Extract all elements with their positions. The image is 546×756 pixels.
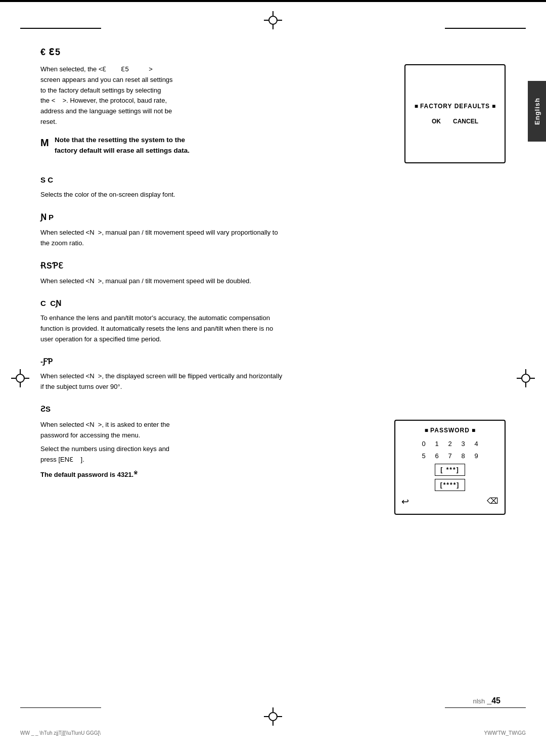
num-5[interactable]: 5 — [420, 451, 428, 461]
warning-text: Note that the resetting the system to th… — [55, 135, 190, 156]
page-number: _45 — [487, 696, 500, 705]
num-2[interactable]: 2 — [446, 439, 454, 449]
factory-defaults-section: € Ɛ5 When selected, the <Ɛ Ɛ5 > screen a… — [40, 46, 506, 163]
password-field1-row: [ ***] — [401, 464, 498, 476]
factory-icon: € — [40, 46, 46, 59]
num-9[interactable]: 9 — [472, 451, 480, 461]
factory-defaults-content: When selected, the <Ɛ Ɛ5 > screen appear… — [40, 64, 506, 163]
factory-cancel-button[interactable]: CANCEL — [453, 117, 478, 126]
svg-point-15 — [269, 713, 277, 721]
password-section-content: When selected <N >, it is asked to enter… — [40, 420, 506, 515]
rspe-section: ɌSƤƐ When selected <N >, manual pan / ti… — [40, 260, 506, 287]
np-body: When selected <N >, manual pan / tilt mo… — [40, 228, 506, 249]
num-6[interactable]: 6 — [433, 451, 441, 461]
corner-mark-br — [0, 2, 546, 2]
side-line-br — [445, 707, 526, 708]
page-label: nlsh — [473, 697, 485, 705]
num-8[interactable]: 8 — [459, 451, 467, 461]
np-section: Ɲ P When selected <N >, manual pan / til… — [40, 211, 506, 249]
password-num-row1: 0 1 2 3 4 — [401, 439, 498, 449]
fp-body: When selected <N >, the displayed screen… — [40, 371, 506, 392]
factory-title-text: FACTORY DEFAULTS — [420, 102, 490, 111]
np-text: P — [49, 212, 54, 224]
factory-ok-button[interactable]: OK — [432, 117, 441, 126]
rspe-body: When selected <N >, manual pan / tilt mo… — [40, 276, 506, 287]
password-field2[interactable]: [****] — [435, 479, 466, 491]
num-7[interactable]: 7 — [446, 451, 454, 461]
ss-body1: When selected <N >, it is asked to enter… — [40, 420, 379, 441]
footer-left: WW _ _ \hTuh zjjTj][\\uTlunU GGG[\ — [20, 730, 101, 736]
main-content: € Ɛ5 When selected, the <Ɛ Ɛ5 > screen a… — [40, 35, 506, 695]
np-icon: Ɲ — [40, 211, 47, 224]
factory-defaults-body: When selected, the <Ɛ Ɛ5 > screen appear… — [40, 64, 389, 163]
password-field2-row: [****] — [401, 479, 498, 491]
password-num-row2: 5 6 7 8 9 — [401, 451, 498, 461]
factory-body-text: When selected, the <Ɛ Ɛ5 > screen appear… — [40, 64, 389, 127]
pwd-bullet-left: ■ — [425, 426, 428, 435]
ccn-section: C CƝ To enhance the lens and pan/tilt mo… — [40, 298, 506, 345]
num-3[interactable]: 3 — [459, 439, 467, 449]
crosshair-bottom — [264, 707, 282, 726]
crosshair-left — [11, 369, 29, 387]
side-line-tl — [20, 28, 101, 29]
password-dialog-footer: ↩ ⌫ — [401, 495, 498, 509]
ss-section: ƧS When selected <N >, it is asked to en… — [40, 404, 506, 515]
ccn-body: To enhance the lens and pan/tilt motor's… — [40, 313, 506, 344]
factory-heading-text: Ɛ5 — [49, 46, 61, 59]
np-heading: Ɲ P — [40, 211, 506, 224]
password-dialog-title: ■ PASSWORD ■ — [401, 426, 498, 435]
default-password-text: The default password is 4321.※ — [40, 469, 379, 480]
factory-defaults-heading: € Ɛ5 — [40, 46, 506, 59]
factory-dialog-buttons: OK CANCEL — [432, 117, 478, 126]
fp-section: -ƑƤ When selected <N >, the displayed sc… — [40, 356, 506, 392]
password-dialog: ■ PASSWORD ■ 0 1 2 3 4 5 6 7 — [394, 420, 506, 515]
warning-icon: M — [40, 135, 51, 151]
ss-heading: ƧS — [40, 404, 506, 415]
page: English € Ɛ5 When selected, the <Ɛ Ɛ5 > … — [0, 0, 546, 756]
factory-title-bullet-left: ■ — [415, 102, 418, 111]
num-4[interactable]: 4 — [472, 439, 480, 449]
svg-point-5 — [16, 374, 24, 382]
password-field1[interactable]: [ ***] — [435, 464, 465, 476]
svg-point-0 — [269, 16, 277, 24]
language-label: English — [533, 98, 541, 125]
pwd-back-icon[interactable]: ↩ — [401, 495, 409, 509]
sc-body: Selects the color of the on-screen displ… — [40, 190, 506, 200]
num-1[interactable]: 1 — [433, 439, 441, 449]
factory-dialog: ■ FACTORY DEFAULTS ■ OK CANCEL — [404, 64, 506, 163]
fp-heading: -ƑƤ — [40, 356, 506, 368]
sc-section: S C Selects the color of the on-screen d… — [40, 174, 506, 200]
password-text: When selected <N >, it is asked to enter… — [40, 420, 379, 515]
footer-right: YWW'TW_TW\GG — [484, 730, 526, 736]
warning-note: M Note that the resetting the system to … — [40, 135, 389, 156]
pwd-bullet-right: ■ — [472, 426, 475, 435]
page-number-area: nlsh _45 — [473, 696, 500, 705]
num-0[interactable]: 0 — [420, 439, 428, 449]
sc-heading: S C — [40, 174, 506, 186]
crosshair-right — [517, 369, 535, 387]
language-tab: English — [528, 81, 546, 142]
side-line-tr — [445, 28, 526, 29]
crosshair-top — [264, 11, 282, 29]
pwd-delete-icon[interactable]: ⌫ — [487, 495, 498, 509]
ss-body2: Select the numbers using direction keys … — [40, 444, 379, 465]
footer: WW _ _ \hTuh zjjTj][\\uTlunU GGG[\ YWW'T… — [20, 730, 526, 736]
rspe-heading: ɌSƤƐ — [40, 260, 506, 272]
pwd-title-text: PASSWORD — [430, 426, 470, 435]
ccn-heading: C CƝ — [40, 298, 506, 309]
factory-title-bullet-right: ■ — [492, 102, 495, 111]
svg-point-10 — [522, 374, 530, 382]
factory-dialog-title: ■ FACTORY DEFAULTS ■ — [415, 102, 496, 111]
side-line-bl — [20, 707, 101, 708]
